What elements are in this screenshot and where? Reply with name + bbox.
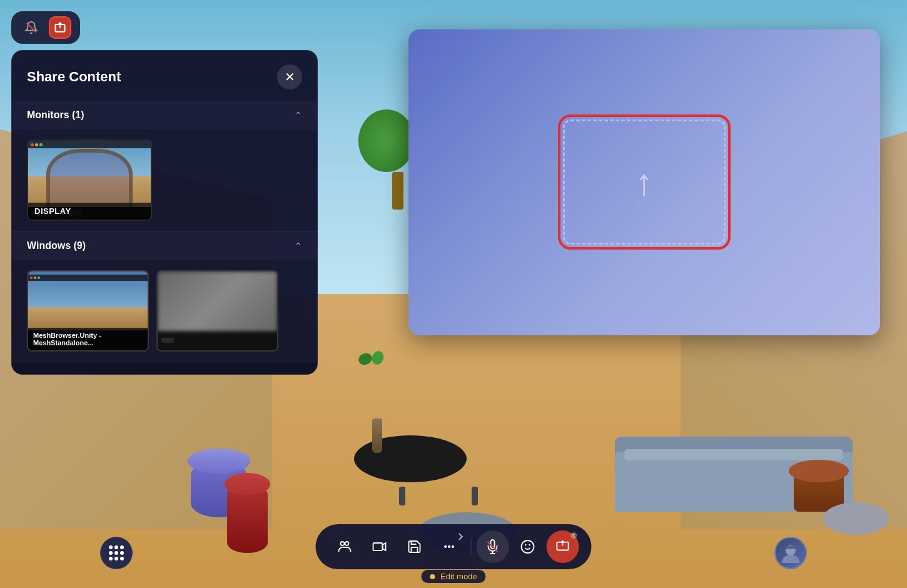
people-button[interactable] <box>328 530 361 563</box>
avatar-icon <box>779 542 802 564</box>
table-leg-2 <box>472 487 478 505</box>
svg-rect-4 <box>373 543 383 550</box>
bottom-toolbar: ••• ⌃ <box>316 524 592 569</box>
panel-content: Monitors (1) ⌃ <box>12 101 317 374</box>
upload-drop-area[interactable]: ↑ <box>563 119 726 245</box>
mute-button[interactable] <box>477 530 509 563</box>
coffee-table <box>354 435 467 482</box>
monitors-section-title: Monitors (1) <box>27 109 84 121</box>
svg-line-5 <box>488 542 498 552</box>
windows-section: Windows (9) ⌃ <box>12 231 317 362</box>
monitors-chevron-icon: ⌃ <box>295 110 302 120</box>
media-button[interactable] <box>363 530 396 563</box>
panel-bottom-indicator <box>12 362 317 374</box>
panel-header: Share Content ✕ <box>12 51 317 101</box>
share-content-panel: Share Content ✕ Monitors (1) ⌃ <box>11 50 318 375</box>
top-bar <box>11 11 80 44</box>
window-thumbnail-1[interactable]: MeshBrowser.Unity - MeshStandalone... <box>27 270 149 352</box>
plant-vase <box>372 418 382 453</box>
more-button[interactable]: ••• <box>433 530 466 563</box>
svg-point-8 <box>522 540 534 553</box>
edit-mode-label: Edit mode <box>440 572 477 581</box>
windows-chevron-icon: ⌃ <box>295 241 302 251</box>
table-leg-1 <box>399 487 405 505</box>
upload-arrow-icon: ↑ <box>626 163 663 201</box>
edit-mode-dot <box>430 574 435 579</box>
toolbar-divider-1 <box>471 537 472 556</box>
notification-button[interactable] <box>20 16 43 39</box>
share-button[interactable]: ⌃ <box>547 530 579 563</box>
svg-rect-14 <box>784 547 797 549</box>
apps-button[interactable] <box>100 537 133 569</box>
apps-grid-icon <box>109 545 124 560</box>
window-thumbnail-2[interactable] <box>156 270 278 352</box>
display-screen: ↑ <box>408 29 880 335</box>
monitors-section-header[interactable]: Monitors (1) ⌃ <box>12 101 317 129</box>
monitor-thumbnail-1[interactable]: DISPLAY <box>27 139 152 221</box>
save-button[interactable] <box>398 530 431 563</box>
tree-foliage <box>358 109 415 172</box>
windows-section-items: MeshBrowser.Unity - MeshStandalone... <box>12 260 317 362</box>
svg-point-3 <box>345 542 349 545</box>
windows-section-title: Windows (9) <box>27 240 86 251</box>
monitors-section: Monitors (1) ⌃ <box>12 101 317 231</box>
window-label-1: MeshBrowser.Unity - MeshStandalone... <box>28 328 148 350</box>
emoji-button[interactable] <box>512 530 544 563</box>
tree-trunk <box>392 172 403 210</box>
close-panel-button[interactable]: ✕ <box>277 64 302 89</box>
windows-section-header[interactable]: Windows (9) ⌃ <box>12 231 317 260</box>
share-content-button[interactable] <box>49 16 71 39</box>
edit-mode-badge: Edit mode <box>421 570 485 583</box>
red-cylinder <box>227 484 268 553</box>
panel-title: Share Content <box>27 69 121 85</box>
svg-point-2 <box>341 542 345 545</box>
monitor-label-1: DISPLAY <box>28 203 151 220</box>
more-dots: ••• <box>444 542 455 552</box>
avatar-button[interactable] <box>774 537 807 569</box>
monitors-section-items: DISPLAY <box>12 129 317 231</box>
